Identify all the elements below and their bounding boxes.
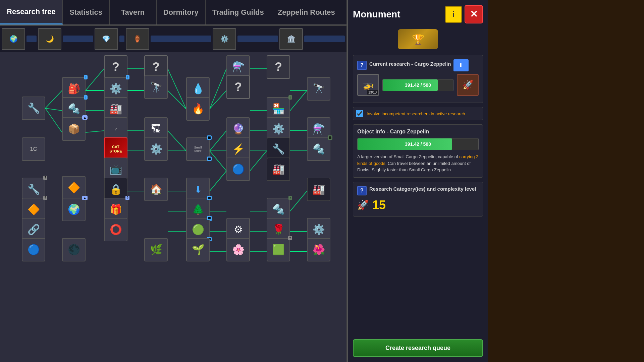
svg-line-22 [210, 171, 226, 191]
incompetent-label[interactable]: Involve incompetent researchers in activ… [367, 111, 465, 116]
node-blossom6[interactable]: 🌸 [226, 238, 250, 261]
node-question1[interactable]: ? [104, 55, 127, 79]
monument-image: 🏆 [398, 29, 438, 49]
tab-zeppelin-routes[interactable]: Zeppelin Routes [271, 0, 342, 24]
tree-area: 🔧 🎒 ↑ 🔩 ↑ 📦 ▲ 🔶 [0, 25, 346, 362]
svg-line-21 [210, 151, 226, 171]
node-house4[interactable]: 🏠 [144, 178, 168, 201]
node-question7[interactable]: ? [267, 55, 290, 79]
tab-dormitory[interactable]: Dormitory [157, 0, 206, 24]
tree-connections [0, 25, 346, 335]
left-panel: Research tree Statistics Tavern Dormitor… [0, 0, 347, 362]
node-cog8[interactable]: 🔩 ⊞ [307, 137, 330, 161]
category-help-icon[interactable]: ? [357, 186, 367, 195]
node-green7[interactable]: 🟩 ? [267, 238, 290, 261]
node-tele4[interactable]: 🔭 [144, 75, 168, 99]
cargo-zeppelin-icon: 🚀 [457, 74, 479, 96]
pause-button[interactable]: ⏸ [453, 59, 469, 71]
svg-line-0 [45, 90, 62, 108]
node-dark2[interactable]: 🌑 [62, 238, 86, 261]
node-question6[interactable]: ? [226, 75, 250, 99]
svg-line-32 [290, 90, 307, 111]
research-progress-bar: 391.42 / 500 [382, 79, 453, 91]
tab-bar: Research tree Statistics Tavern Dormitor… [0, 0, 346, 25]
monument-title: Monument [353, 9, 400, 20]
tab-research-tree[interactable]: Research tree [0, 0, 63, 24]
object-progress-bar: 391.42 / 500 [357, 138, 479, 150]
svg-line-14 [168, 131, 186, 151]
info-button[interactable]: i [445, 6, 462, 23]
research-category-section: ? Research Category(ies) and complexity … [353, 182, 483, 217]
node-blue[interactable]: 🔵 [22, 238, 45, 261]
research-progress-text: 391.42 / 500 [405, 82, 431, 88]
research-help-icon[interactable]: ? [357, 61, 367, 70]
current-research-section: ? Current research - Cargo Zeppelin ⏸ 🚁 … [353, 55, 483, 103]
svg-line-40 [290, 191, 307, 211]
tab-trading-guilds[interactable]: Trading Guilds [206, 0, 271, 24]
tree-canvas: 🔧 🎒 ↑ 🔩 ↑ 📦 ▲ 🔶 [0, 25, 346, 335]
node-tele8[interactable]: 🔭 [307, 77, 330, 101]
object-info-section: Object info - Cargo Zeppelin 391.42 / 50… [353, 124, 483, 178]
node-box2[interactable]: 📦 ▲ [62, 117, 86, 141]
svg-line-13 [168, 90, 186, 109]
monument-image-area: 🏆 [353, 27, 483, 51]
node-flower4[interactable]: 🌿 [144, 238, 168, 261]
svg-line-18 [210, 90, 226, 109]
current-research-title: Current research - Cargo Zeppelin [369, 61, 451, 67]
svg-line-12 [168, 69, 186, 109]
close-button[interactable]: ✕ [465, 5, 483, 23]
svg-line-17 [210, 69, 226, 109]
monument-header: Monument i ✕ [353, 5, 483, 23]
node-earth[interactable]: 🌍 ▲ [62, 198, 86, 221]
node-dark8[interactable]: 🏭 [307, 178, 330, 201]
category-level-icon: 🚀 [357, 199, 369, 210]
category-level-row: 🚀 15 [357, 198, 479, 212]
category-title: Research Category(ies) and complexity le… [369, 186, 476, 192]
node-blue6[interactable]: 🔵 [226, 158, 250, 181]
node-small-store[interactable]: SmallStore ⊞ ⊞ [186, 137, 210, 161]
node-fire5[interactable]: 🔥 [186, 97, 210, 121]
research-zeppelin-icon: 🚁 13/13 [357, 74, 379, 96]
node-dark7b[interactable]: 🏭 [267, 158, 290, 181]
object-progress-text: 391.42 / 500 [405, 141, 431, 147]
object-info-title: Object info - Cargo Zeppelin [357, 129, 479, 135]
svg-line-3 [86, 69, 104, 90]
node-gear4[interactable]: ⚙️ [144, 137, 168, 161]
category-level-number: 15 [372, 198, 386, 212]
svg-line-19 [210, 131, 226, 151]
create-research-queue-button[interactable]: Create research queue [353, 339, 483, 357]
tab-statistics[interactable]: Statistics [63, 0, 110, 24]
node-1c[interactable]: 1C [22, 137, 45, 161]
incompetent-researchers-row: Involve incompetent researchers in activ… [353, 107, 483, 120]
svg-line-1 [45, 108, 62, 111]
node-flower8[interactable]: 🌺 [307, 238, 330, 261]
node-rings[interactable]: ⭕ [104, 218, 127, 241]
main-container: Research tree Statistics Tavern Dormitor… [0, 0, 644, 362]
node-sprout5[interactable]: 🌱 [186, 238, 210, 261]
object-description: A larger version of Small Cargo Zeppelin… [357, 154, 479, 173]
node-tool[interactable]: 🔧 [22, 97, 45, 120]
svg-line-6 [86, 131, 104, 132]
svg-line-29 [250, 151, 267, 171]
incompetent-checkbox[interactable] [356, 110, 363, 117]
svg-line-2 [45, 108, 62, 132]
research-progress-row: 🚁 13/13 391.42 / 500 🚀 [357, 74, 479, 96]
right-panel: Monument i ✕ 🏆 ? Current research - Carg… [347, 0, 488, 362]
tab-tavern[interactable]: Tavern [110, 0, 157, 24]
